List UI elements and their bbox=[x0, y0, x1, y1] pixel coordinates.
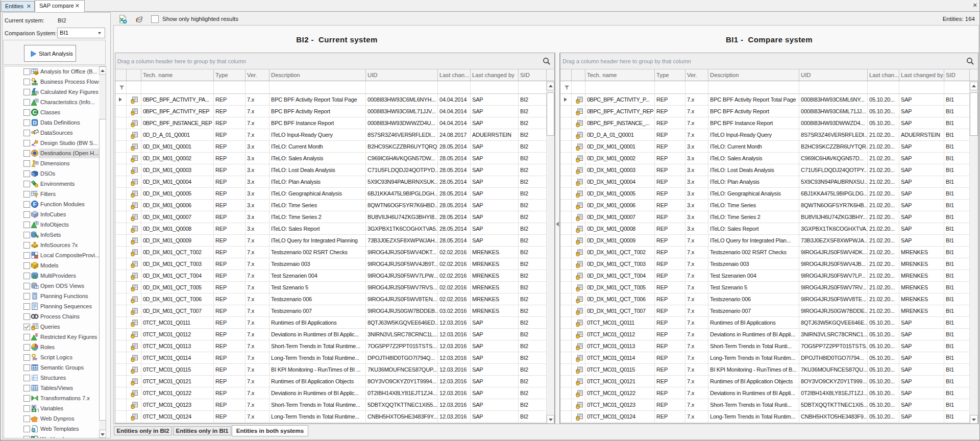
svg-text:D: D bbox=[33, 119, 37, 126]
svg-text:F: F bbox=[33, 201, 36, 207]
svg-text:C: C bbox=[33, 109, 37, 115]
svg-text:?: ? bbox=[37, 408, 39, 413]
